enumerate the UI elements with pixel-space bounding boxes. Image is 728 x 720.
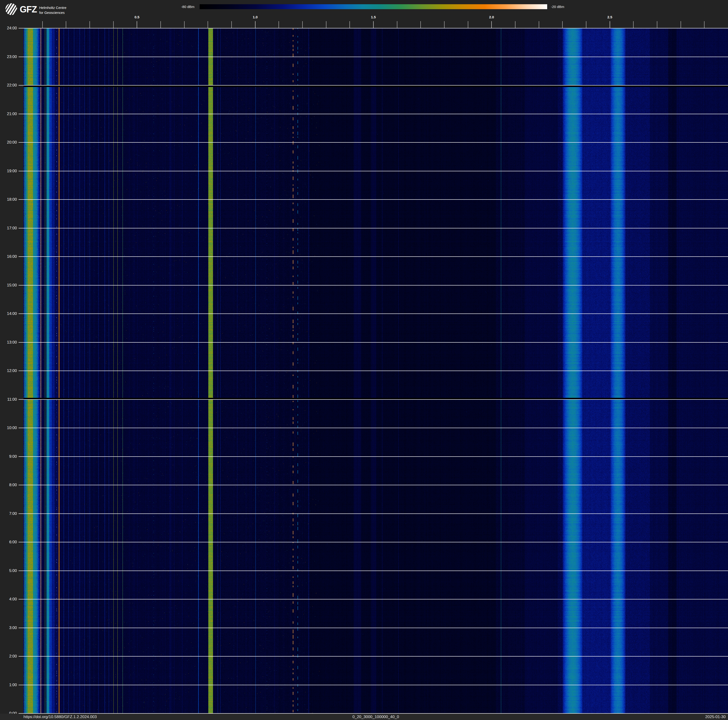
freq-tick: [349, 21, 350, 28]
freq-tick: [66, 21, 66, 28]
freq-tick: [681, 21, 681, 28]
hour-tick: [18, 114, 23, 114]
spectrogram-heatmap: [23, 28, 728, 714]
hour-tick: [18, 256, 23, 257]
hour-tick: [18, 571, 23, 571]
colorbar: -80 dBm -20 dBm: [0, 0, 728, 14]
freq-tick-label: 2.5: [607, 15, 612, 19]
hour-label: 17:00: [0, 226, 17, 231]
freq-tick: [444, 21, 445, 28]
hour-tick: [18, 485, 23, 485]
freq-tick: [302, 21, 303, 28]
hour-tick: [18, 599, 23, 599]
hour-tick: [18, 342, 23, 343]
hour-label: 11:00: [0, 397, 17, 402]
freq-tick: [610, 21, 610, 28]
footer-date: 2025-01-30: [705, 714, 726, 720]
hour-tick: [18, 685, 23, 685]
freq-tick-label: 1.5: [371, 15, 376, 19]
hour-label: 5:00: [0, 568, 17, 573]
freq-tick: [539, 21, 539, 28]
hour-tick: [18, 28, 23, 28]
freq-tick: [633, 21, 633, 28]
hour-label: 24:00: [0, 26, 17, 31]
freq-tick: [137, 21, 137, 28]
hour-tick: [18, 371, 23, 371]
hour-label: 23:00: [0, 55, 17, 59]
hour-label: 19:00: [0, 169, 17, 173]
freq-tick: [397, 21, 397, 28]
hour-label: 13:00: [0, 340, 17, 345]
freq-tick: [468, 21, 468, 28]
colorbar-gradient: [200, 4, 547, 9]
hour-tick: [18, 142, 23, 142]
hour-label: 6:00: [0, 540, 17, 544]
freq-tick: [586, 21, 586, 28]
hour-tick: [18, 57, 23, 57]
hour-label: 1:00: [0, 683, 17, 687]
footer-dataset-id: 0_20_3000_100000_40_0: [23, 714, 728, 720]
hour-label: 20:00: [0, 140, 17, 145]
freq-tick: [42, 21, 43, 28]
colorbar-min-label: -80 dBm: [181, 4, 194, 9]
freq-tick: [113, 21, 114, 28]
freq-tick: [326, 21, 326, 28]
hour-tick: [18, 85, 23, 86]
freq-tick: [421, 21, 421, 28]
freq-tick-label: 2.0: [489, 15, 494, 19]
freq-tick-label: 1.0: [253, 15, 258, 19]
hour-tick: [18, 457, 23, 457]
hour-tick: [18, 228, 23, 228]
hour-label: 18:00: [0, 197, 17, 202]
hour-label: 14:00: [0, 311, 17, 316]
colorbar-max-label: -20 dBm: [551, 4, 564, 9]
hour-label: 8:00: [0, 483, 17, 487]
freq-tick: [208, 21, 208, 28]
hour-tick: [18, 542, 23, 542]
hour-tick: [18, 171, 23, 171]
hour-tick: [18, 628, 23, 628]
freq-tick: [161, 21, 161, 28]
hour-tick: [18, 656, 23, 657]
hour-label: 9:00: [0, 454, 17, 459]
freq-tick: [562, 21, 563, 28]
freq-tick: [255, 21, 255, 28]
hour-tick: [18, 513, 23, 514]
hour-label: 10:00: [0, 426, 17, 430]
hour-label: 15:00: [0, 283, 17, 288]
hour-tick: [18, 314, 23, 314]
hour-label: 12:00: [0, 368, 17, 373]
hour-label: 21:00: [0, 112, 17, 116]
hour-tick: [18, 428, 23, 428]
hour-tick: [18, 285, 23, 285]
freq-tick: [373, 21, 374, 28]
freq-tick: [657, 21, 657, 28]
footer-bar: https://doi.org/10.5880/GFZ.1.2.2024.003…: [0, 714, 728, 720]
hour-label: 3:00: [0, 625, 17, 630]
freq-tick-label: 0.5: [135, 15, 139, 19]
hour-label: 2:00: [0, 654, 17, 659]
hour-label: 7:00: [0, 511, 17, 516]
freq-tick: [89, 21, 90, 28]
freq-tick: [231, 21, 232, 28]
freq-tick: [515, 21, 515, 28]
hour-tick: [18, 399, 23, 400]
freq-tick: [184, 21, 185, 28]
freq-tick: [491, 21, 492, 28]
freq-tick: [704, 21, 705, 28]
hour-label: 16:00: [0, 254, 17, 259]
hour-tick: [18, 199, 23, 200]
hour-label: 22:00: [0, 83, 17, 88]
freq-tick: [278, 21, 279, 28]
hour-label: 4:00: [0, 597, 17, 602]
